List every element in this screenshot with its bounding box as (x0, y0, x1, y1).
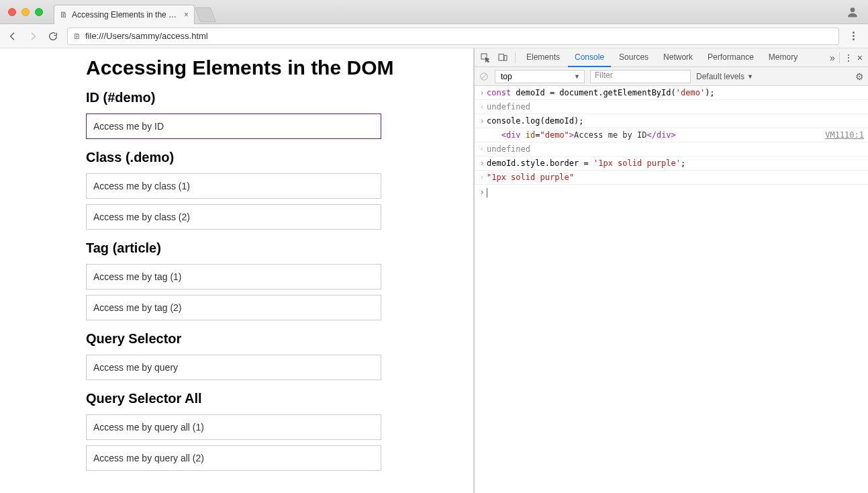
demo-class-box: Access me by class (2) (86, 204, 381, 230)
demo-tag-box: Access me by tag (1) (86, 264, 381, 289)
devtools-tab-elements[interactable]: Elements (520, 48, 567, 67)
close-window-button[interactable] (8, 8, 16, 16)
svg-point-0 (851, 7, 855, 12)
forward-button[interactable] (27, 30, 39, 42)
page-icon: 🗎 (73, 32, 81, 41)
browser-menu-button[interactable] (847, 32, 859, 40)
demo-query-box: Access me by query (86, 355, 381, 380)
page-content: Accessing Elements in the DOM ID (#demo)… (0, 48, 475, 493)
profile-button[interactable] (845, 5, 860, 19)
devtools-menu-icon[interactable]: ⋮ (844, 52, 853, 63)
console-output[interactable]: ›const demoId = document.getElementById(… (475, 86, 868, 493)
new-tab-button[interactable] (195, 7, 216, 22)
section-query-heading: Query Selector (86, 331, 459, 347)
devtools-close-icon[interactable]: × (855, 52, 865, 63)
address-bar: 🗎 file:///Users/sammy/access.html (0, 24, 868, 48)
devtools-overflow-icon[interactable]: » (830, 52, 835, 63)
reload-button[interactable] (47, 30, 59, 42)
svg-rect-3 (504, 55, 507, 60)
devtools-tab-network[interactable]: Network (657, 48, 700, 67)
device-toolbar-icon[interactable] (495, 50, 511, 66)
demo-class-box: Access me by class (1) (86, 173, 381, 199)
console-prompt[interactable]: › (475, 185, 868, 199)
zoom-window-button[interactable] (35, 8, 43, 16)
browser-tab[interactable]: 🗎 Accessing Elements in the DOM × (54, 5, 195, 24)
demo-tag-box: Access me by tag (2) (86, 295, 381, 320)
tab-title: Accessing Elements in the DOM (72, 10, 180, 19)
demo-id-box: Access me by ID (86, 114, 381, 139)
devtools-tab-performance[interactable]: Performance (701, 48, 761, 67)
clear-console-icon[interactable] (479, 71, 489, 82)
console-levels-select[interactable]: Default levels ▼ (696, 72, 753, 81)
section-class-heading: Class (.demo) (86, 150, 459, 165)
devtools-tab-memory[interactable]: Memory (762, 48, 804, 67)
console-settings-icon[interactable]: ⚙ (855, 71, 864, 82)
back-button[interactable] (7, 30, 19, 42)
svg-rect-2 (499, 54, 503, 60)
window-titlebar: 🗎 Accessing Elements in the DOM × (0, 0, 868, 24)
devtools-tab-console[interactable]: Console (568, 48, 611, 67)
console-source-link[interactable]: VM1110:1 (825, 129, 864, 141)
demo-query-all-box: Access me by query all (2) (86, 445, 381, 471)
console-toolbar: top ▼ Filter Default levels ▼ ⚙ (475, 67, 868, 86)
chevron-down-icon: ▼ (574, 73, 580, 80)
console-context-select[interactable]: top ▼ (495, 70, 585, 83)
devtools-tabbar: Elements Console Sources Network Perform… (475, 48, 868, 67)
tab-close-icon[interactable]: × (184, 10, 189, 19)
traffic-lights (0, 8, 43, 16)
omnibox[interactable]: 🗎 file:///Users/sammy/access.html (67, 28, 839, 45)
section-query-all-heading: Query Selector All (86, 391, 459, 406)
console-context-label: top (501, 72, 512, 81)
console-filter-input[interactable]: Filter (590, 70, 691, 83)
demo-query-all-box: Access me by query all (1) (86, 414, 381, 440)
inspect-element-icon[interactable] (477, 50, 493, 66)
devtools-tab-sources[interactable]: Sources (612, 48, 655, 67)
tab-strip: 🗎 Accessing Elements in the DOM × (54, 0, 213, 24)
url-text: file:///Users/sammy/access.html (85, 31, 208, 41)
console-levels-label: Default levels (696, 72, 744, 81)
file-icon: 🗎 (60, 10, 68, 19)
chevron-down-icon: ▼ (747, 73, 753, 80)
devtools-panel: Elements Console Sources Network Perform… (475, 48, 868, 493)
minimize-window-button[interactable] (21, 8, 30, 16)
page-title: Accessing Elements in the DOM (86, 56, 459, 79)
section-id-heading: ID (#demo) (86, 90, 459, 105)
section-tag-heading: Tag (article) (86, 240, 459, 256)
